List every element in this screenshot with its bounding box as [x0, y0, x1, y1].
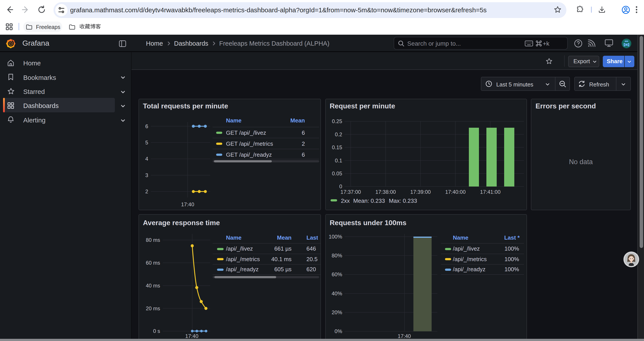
svg-text:100%: 100% [328, 233, 342, 239]
svg-text:17:40: 17:40 [185, 333, 198, 339]
svg-text:40 ms: 40 ms [146, 282, 160, 288]
svg-text:0.05: 0.05 [332, 171, 342, 176]
svg-text:17:37:00: 17:37:00 [340, 189, 360, 195]
svg-text:0.15: 0.15 [332, 144, 342, 150]
svg-text:0%: 0% [334, 328, 342, 334]
svg-text:5: 5 [145, 140, 148, 146]
svg-text:60 ms: 60 ms [146, 260, 160, 265]
svg-text:17:40: 17:40 [398, 333, 410, 339]
svg-text:17:39:00: 17:39:00 [410, 189, 430, 195]
svg-text:0: 0 [339, 183, 342, 189]
svg-text:17:40: 17:40 [181, 201, 194, 207]
svg-text:4: 4 [145, 156, 148, 162]
svg-text:20%: 20% [332, 309, 342, 315]
svg-text:20 ms: 20 ms [146, 305, 160, 311]
svg-text:2: 2 [145, 188, 148, 194]
svg-text:0.2: 0.2 [335, 131, 342, 137]
svg-text:60%: 60% [332, 271, 342, 277]
svg-text:17:40:00: 17:40:00 [445, 189, 465, 195]
svg-text:6: 6 [145, 123, 148, 129]
svg-text:80%: 80% [332, 252, 342, 258]
svg-text:0.1: 0.1 [335, 158, 342, 163]
svg-text:80 ms: 80 ms [146, 237, 160, 243]
svg-text:0.25: 0.25 [332, 118, 342, 124]
svg-text:17:41:00: 17:41:00 [480, 189, 500, 195]
svg-text:40%: 40% [332, 290, 342, 296]
svg-text:0 s: 0 s [153, 328, 160, 334]
svg-text:3: 3 [145, 172, 148, 178]
svg-text:17:38:00: 17:38:00 [375, 189, 396, 195]
